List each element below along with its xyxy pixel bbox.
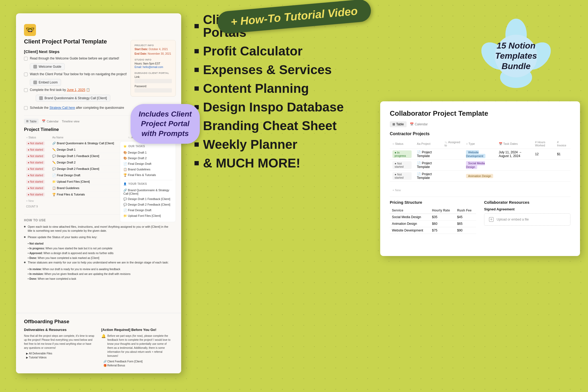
deliverables-text: Now that all the project steps are compl… [24, 334, 96, 350]
flower-container: 15 Notion Templates Bundle [476, 16, 556, 96]
action-title: [Action Required] Before You Go! [101, 328, 173, 332]
feature-text: Profit Calculator [203, 45, 302, 58]
how-to-item-1: Open each task to view attached files, i… [24, 225, 173, 233]
table-tab[interactable]: ⊞ Table [24, 119, 39, 124]
how-to-note: These statuses are mainly for our use to… [24, 261, 173, 265]
our-task-item: 📄 Final Design Draft [123, 161, 172, 167]
feature-item-8: & MUCH MORE! [194, 157, 349, 170]
pricing-title: Pricing Structure [390, 200, 476, 205]
action-bullet-1: 🔔 Before we part ways (for now), please … [101, 334, 173, 358]
features-section: Client & Contractor Portals Profit Calcu… [194, 13, 349, 175]
table-row: ● Not started 📄 Project Template Social … [390, 160, 570, 171]
deliverables-list: ▶ All Deliverable Files ▶ Tutorial Video… [24, 352, 96, 359]
offboarding-section: Offboarding Phase Deliverables & Resourc… [16, 313, 181, 373]
offboarding-two-col: Deliverables & Resources Now that all th… [24, 328, 173, 368]
upload-label: Upload or embed a file [497, 218, 529, 221]
offboarding-title: Offboarding Phase [24, 319, 173, 325]
our-task-item: 🎨 Design Draft 1 [123, 150, 172, 155]
status-list: • Not started • In progress: When you ha… [24, 241, 173, 261]
collab-table: ○ Status Aa Project ↑↓ Assigned to ○ Typ… [390, 139, 570, 182]
your-task-item: 🔗 Brand Questionnaire & Strategy Call [C… [123, 187, 172, 196]
feature-text: Content Planning [203, 82, 309, 95]
your-task-item: 📄 Final Design Draft [123, 207, 172, 213]
checkbox-2[interactable] [24, 73, 28, 76]
studio-hours: Hours: 9am-5pm EST [135, 62, 172, 65]
upload-box[interactable]: Upload or embed a file [484, 213, 570, 226]
deliverables-title: Deliverables & Resources [24, 328, 96, 332]
signed-agreement-label: Signed Agreement [484, 207, 570, 211]
our-task-item: 🏆 Final Files & Tutorials [123, 172, 172, 178]
feature-item-3: Expenses & Services [194, 63, 349, 76]
left-document-card: 🤓 Client Project Portal Template [Client… [16, 13, 181, 373]
pricing-col-rush: Rush Fee [455, 207, 476, 214]
table-row: ● In progress 📄 Project Template Website… [390, 149, 570, 160]
feature-item-5: Design Inspo Database [194, 101, 349, 114]
portal-password: Password: [135, 85, 172, 88]
table-row: ● Not started 📄 Project Template Animati… [390, 171, 570, 182]
feature-text: Weekly Planner [203, 138, 297, 151]
new-row-btn[interactable]: + New [390, 187, 570, 193]
your-tasks-title: 👤 YOUR TASKS [123, 182, 172, 185]
deliverables-col: Deliverables & Resources Now that all th… [24, 328, 96, 368]
calendar-tab[interactable]: 📅 Calendar [42, 119, 59, 124]
feature-bullet [194, 142, 199, 147]
divider [123, 180, 172, 180]
link-icon [33, 65, 37, 69]
col-invoice: # Invoice [554, 139, 570, 149]
timeline-tab[interactable]: Timeline view [62, 119, 79, 124]
studio-email: Email: hello@email.com [135, 66, 172, 69]
right-document-card: Collaborator Project Template ⊞ Table 📅 … [380, 101, 580, 256]
feature-text: Expenses & Services [203, 63, 332, 76]
feature-item-6: Branding Cheat Sheet [194, 119, 349, 132]
end-date: End Date: November 30, 2021 [135, 52, 172, 55]
feature-item-2: Profit Calculator [194, 45, 349, 58]
collaborator-title: Collaborator Project Template [390, 109, 570, 118]
our-tasks-title: ⭐ OUR TASKS [123, 145, 172, 148]
pricing-section: Pricing Structure Service Hourly Rate Ru… [390, 200, 570, 234]
resources-title: Collaborator Resources [484, 200, 570, 205]
resources-col: Collaborator Resources Signed Agreement … [484, 200, 570, 234]
brand-q-link[interactable]: Brand Questionnaire & Strategy Call [Cli… [36, 95, 110, 102]
our-task-item: 📋 Brand Guidelines [123, 167, 172, 172]
pricing-row: Website Development $75 $90 [390, 227, 476, 234]
feature-bullet [194, 24, 199, 28]
col-assigned: ↑↓ Assigned to [442, 139, 463, 149]
feature-text: & MUCH MORE! [203, 157, 300, 170]
col-status: ○ Status [390, 139, 414, 149]
col-task-dates: 📅 Task Dates [496, 139, 532, 149]
link-icon-3 [39, 96, 43, 100]
feature-bullet [194, 161, 199, 165]
checkbox[interactable] [24, 57, 28, 61]
project-info-label: PROJECT INFO [135, 44, 172, 47]
pricing-table: Service Hourly Rate Rush Fee Social Medi… [390, 207, 476, 234]
col-hours: # Hours Worked [532, 139, 554, 149]
col-project: Aa Project [414, 139, 442, 149]
flower-text: 15 Notion Templates Bundle [487, 41, 545, 71]
password-value-box [135, 88, 172, 93]
link-icon-2 [33, 81, 37, 84]
your-task-item: 📁 Upload Font Files [Client] [123, 213, 172, 219]
collab-calendar-tab[interactable]: 📅 Calendar [410, 121, 428, 127]
feature-bullet [194, 86, 199, 91]
how-to-item-2: Please update the Status of your tasks u… [24, 235, 173, 239]
your-task-item: 💬 Design Draft 1 Feedback [Client] [123, 196, 172, 202]
our-task-item: 🎨 Design Draft 2 [123, 155, 172, 161]
pricing-row: Animation Design $60 $65 [390, 221, 476, 227]
col-status: ○ Status [24, 135, 50, 140]
pricing-row: Social Media Design $35 $45 [390, 214, 476, 221]
feature-bullet [194, 49, 199, 53]
tasks-panel: ⭐ OUR TASKS 🎨 Design Draft 1 🎨 Design Dr… [120, 141, 176, 222]
pricing-col-service: Service [390, 207, 430, 214]
collab-view-tabs: ⊞ Table 📅 Calendar [390, 121, 570, 127]
contractor-projects-title: Contractor Projects [390, 131, 570, 136]
studio-info-label: STUDIO INFO [135, 58, 172, 61]
cloud-badge: Includes Client Project Portal with Prom… [131, 104, 200, 144]
action-list: 🔗 Client Feedback Form [Client] 🎁 Referr… [101, 360, 173, 367]
checkbox-4[interactable] [24, 106, 28, 110]
pricing-col-rate: Hourly Rate [430, 207, 455, 214]
col-name: Aa Name [50, 135, 126, 140]
checkbox-3[interactable] [24, 88, 28, 92]
embed-loom-link[interactable]: Embed Loom [30, 79, 61, 86]
welcome-guide-link[interactable]: Welcome Guide [30, 63, 65, 70]
collab-table-tab[interactable]: ⊞ Table [390, 121, 407, 127]
